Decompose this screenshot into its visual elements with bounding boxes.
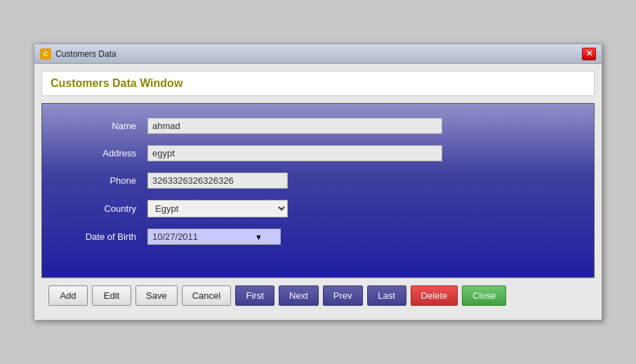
save-button[interactable]: Save xyxy=(135,285,178,306)
title-bar-left: C Customers Data xyxy=(40,48,117,60)
dob-label: Date of Birth xyxy=(63,231,147,242)
window-title: Customers Data xyxy=(55,49,117,59)
prev-button[interactable]: Prev xyxy=(323,285,363,306)
address-row: Address xyxy=(63,145,573,161)
dob-date-wrapper: ▼ xyxy=(147,229,281,245)
next-button[interactable]: Next xyxy=(279,285,319,306)
name-input[interactable] xyxy=(147,118,442,134)
cancel-button[interactable]: Cancel xyxy=(182,285,231,306)
edit-button[interactable]: Edit xyxy=(92,285,131,306)
address-input[interactable] xyxy=(147,145,442,161)
svg-text:C: C xyxy=(44,50,48,58)
window-body: Customers Data Window Name Address Phone… xyxy=(34,64,602,320)
window-close-button[interactable]: ✕ xyxy=(582,48,596,60)
dob-input[interactable] xyxy=(152,231,251,242)
form-area: Name Address Phone Country Egypt USA UK xyxy=(41,103,595,278)
phone-row: Phone xyxy=(63,173,573,189)
dob-calendar-button[interactable]: ▼ xyxy=(253,233,264,241)
name-label: Name xyxy=(63,121,147,131)
title-bar: C Customers Data ✕ xyxy=(34,44,602,64)
last-button[interactable]: Last xyxy=(367,285,406,306)
header-bar: Customers Data Window xyxy=(41,71,595,96)
add-button[interactable]: Add xyxy=(48,285,88,306)
button-row: Add Edit Save Cancel First Next Prev Las… xyxy=(41,278,595,313)
main-window: C Customers Data ✕ Customers Data Window… xyxy=(34,43,602,321)
header-title: Customers Data Window xyxy=(51,77,183,89)
country-row: Country Egypt USA UK Germany France xyxy=(63,200,573,217)
delete-button[interactable]: Delete xyxy=(411,285,458,306)
name-row: Name xyxy=(63,118,573,134)
phone-input[interactable] xyxy=(147,173,288,189)
phone-label: Phone xyxy=(63,175,147,186)
dob-row: Date of Birth ▼ xyxy=(63,229,573,245)
address-label: Address xyxy=(63,148,147,159)
app-icon: C xyxy=(40,48,51,60)
country-select[interactable]: Egypt USA UK Germany France xyxy=(147,200,288,217)
country-label: Country xyxy=(63,203,147,214)
first-button[interactable]: First xyxy=(235,285,274,306)
close-button[interactable]: Close xyxy=(462,285,506,306)
